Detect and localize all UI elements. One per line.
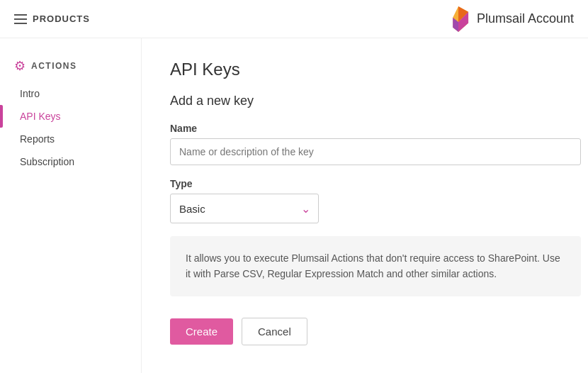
header: PRODUCTS Plumsail Account — [0, 0, 588, 38]
type-select-wrapper: Basic SharePoint ⌄ — [170, 194, 319, 223]
main-content: API Keys Add a new key Name Type Basic S… — [142, 38, 588, 373]
info-text: It allows you to execute Plumsail Action… — [186, 250, 565, 282]
sidebar-link-reports[interactable]: Reports — [0, 128, 141, 150]
sidebar-link-api-keys[interactable]: API Keys — [0, 105, 141, 128]
body-layout: ⚙ ACTIONS Intro API Keys Reports Subscri… — [0, 38, 588, 373]
header-left: PRODUCTS — [14, 13, 90, 24]
sidebar: ⚙ ACTIONS Intro API Keys Reports Subscri… — [0, 38, 142, 373]
header-right: Plumsail Account — [447, 6, 574, 32]
create-button[interactable]: Create — [170, 318, 233, 345]
sidebar-item-subscription[interactable]: Subscription — [0, 150, 141, 173]
hamburger-icon[interactable] — [14, 14, 27, 24]
name-input[interactable] — [170, 138, 581, 165]
type-label: Type — [170, 178, 560, 189]
name-field-group: Name — [170, 123, 560, 165]
sidebar-link-intro[interactable]: Intro — [0, 82, 141, 105]
sidebar-section: ⚙ ACTIONS — [0, 52, 141, 82]
sidebar-section-title: ACTIONS — [31, 61, 77, 71]
page-title: API Keys — [170, 60, 560, 79]
type-select[interactable]: Basic SharePoint — [170, 194, 319, 223]
button-row: Create Cancel — [170, 318, 560, 345]
form-heading: Add a new key — [170, 94, 560, 108]
sidebar-item-intro[interactable]: Intro — [0, 82, 141, 105]
plumsail-account-label: Plumsail Account — [477, 11, 574, 26]
sidebar-nav: Intro API Keys Reports Subscription — [0, 82, 141, 173]
type-field-group: Type Basic SharePoint ⌄ — [170, 178, 560, 223]
products-label: PRODUCTS — [33, 13, 90, 24]
plumsail-logo-icon — [447, 6, 470, 32]
sidebar-link-subscription[interactable]: Subscription — [0, 150, 141, 173]
sidebar-item-api-keys[interactable]: API Keys — [0, 105, 141, 128]
sidebar-item-reports[interactable]: Reports — [0, 128, 141, 150]
name-label: Name — [170, 123, 560, 134]
cancel-button[interactable]: Cancel — [242, 318, 307, 345]
info-box: It allows you to execute Plumsail Action… — [170, 236, 581, 296]
gear-icon: ⚙ — [14, 58, 26, 74]
